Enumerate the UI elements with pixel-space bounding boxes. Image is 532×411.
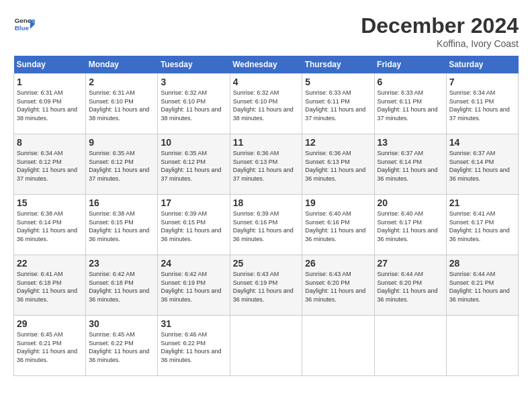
day-info: Sunrise: 6:45 AMSunset: 6:22 PMDaylight:… (89, 331, 149, 363)
day-info: Sunrise: 6:38 AMSunset: 6:15 PMDaylight:… (89, 210, 149, 242)
day-info: Sunrise: 6:32 AMSunset: 6:10 PMDaylight:… (233, 89, 294, 122)
calendar-cell (230, 316, 302, 376)
day-number: 14 (449, 137, 515, 148)
col-header-wednesday: Wednesday (230, 56, 302, 74)
logo: General Blue (13, 13, 35, 35)
day-info: Sunrise: 6:42 AMSunset: 6:19 PMDaylight:… (161, 271, 221, 303)
day-info: Sunrise: 6:36 AMSunset: 6:13 PMDaylight:… (233, 150, 294, 182)
day-number: 18 (233, 197, 300, 208)
calendar-cell (374, 316, 446, 376)
calendar-cell: 31 Sunrise: 6:46 AMSunset: 6:22 PMDaylig… (158, 316, 230, 376)
calendar-cell (446, 316, 518, 376)
calendar-cell: 16 Sunrise: 6:38 AMSunset: 6:15 PMDaylig… (86, 195, 158, 255)
calendar-cell: 8 Sunrise: 6:34 AMSunset: 6:12 PMDayligh… (14, 134, 86, 195)
month-title: December 2024 (361, 13, 519, 38)
week-row-2: 8 Sunrise: 6:34 AMSunset: 6:12 PMDayligh… (14, 134, 519, 195)
col-header-sunday: Sunday (14, 56, 86, 74)
calendar-cell: 14 Sunrise: 6:37 AMSunset: 6:14 PMDaylig… (446, 134, 518, 195)
day-number: 20 (378, 197, 443, 208)
day-number: 22 (17, 258, 83, 269)
calendar-cell: 27 Sunrise: 6:44 AMSunset: 6:20 PMDaylig… (374, 255, 446, 316)
day-number: 2 (89, 77, 154, 87)
week-row-4: 22 Sunrise: 6:41 AMSunset: 6:18 PMDaylig… (14, 255, 519, 316)
day-info: Sunrise: 6:41 AMSunset: 6:17 PMDaylight:… (449, 210, 510, 242)
week-row-5: 29 Sunrise: 6:45 AMSunset: 6:21 PMDaylig… (14, 316, 519, 376)
day-number: 4 (233, 77, 300, 87)
day-number: 21 (449, 197, 515, 208)
header: General Blue December 2024 Koffina, Ivor… (13, 13, 519, 49)
day-number: 15 (17, 197, 83, 208)
title-area: December 2024 Koffina, Ivory Coast (361, 13, 519, 49)
day-info: Sunrise: 6:44 AMSunset: 6:20 PMDaylight:… (378, 271, 438, 303)
day-number: 9 (89, 137, 154, 148)
day-number: 26 (305, 258, 371, 269)
day-info: Sunrise: 6:38 AMSunset: 6:14 PMDaylight:… (17, 210, 77, 242)
day-number: 13 (378, 137, 443, 148)
calendar-cell: 22 Sunrise: 6:41 AMSunset: 6:18 PMDaylig… (14, 255, 86, 316)
day-number: 6 (378, 77, 443, 87)
calendar-cell: 1 Sunrise: 6:31 AMSunset: 6:09 PMDayligh… (14, 74, 86, 134)
col-header-friday: Friday (374, 56, 446, 74)
calendar-cell: 12 Sunrise: 6:36 AMSunset: 6:13 PMDaylig… (302, 134, 374, 195)
calendar-cell: 21 Sunrise: 6:41 AMSunset: 6:17 PMDaylig… (446, 195, 518, 255)
day-info: Sunrise: 6:35 AMSunset: 6:12 PMDaylight:… (161, 150, 221, 182)
day-info: Sunrise: 6:43 AMSunset: 6:20 PMDaylight:… (305, 271, 365, 303)
day-number: 1 (17, 77, 83, 87)
calendar-cell (302, 316, 374, 376)
day-info: Sunrise: 6:41 AMSunset: 6:18 PMDaylight:… (17, 271, 77, 303)
day-number: 27 (378, 258, 443, 269)
day-info: Sunrise: 6:42 AMSunset: 6:18 PMDaylight:… (89, 271, 149, 303)
day-info: Sunrise: 6:31 AMSunset: 6:10 PMDaylight:… (89, 89, 149, 122)
calendar-table: SundayMondayTuesdayWednesdayThursdayFrid… (13, 56, 519, 376)
svg-text:Blue: Blue (15, 24, 30, 32)
calendar-cell: 26 Sunrise: 6:43 AMSunset: 6:20 PMDaylig… (302, 255, 374, 316)
day-number: 25 (233, 258, 300, 269)
day-info: Sunrise: 6:36 AMSunset: 6:13 PMDaylight:… (305, 150, 365, 182)
calendar-cell: 25 Sunrise: 6:43 AMSunset: 6:19 PMDaylig… (230, 255, 302, 316)
day-info: Sunrise: 6:39 AMSunset: 6:15 PMDaylight:… (161, 210, 221, 242)
day-number: 23 (89, 258, 154, 269)
calendar-cell: 9 Sunrise: 6:35 AMSunset: 6:12 PMDayligh… (86, 134, 158, 195)
day-number: 8 (17, 137, 83, 148)
week-row-3: 15 Sunrise: 6:38 AMSunset: 6:14 PMDaylig… (14, 195, 519, 255)
header-row: SundayMondayTuesdayWednesdayThursdayFrid… (14, 56, 519, 74)
day-number: 30 (89, 318, 154, 329)
calendar-cell: 15 Sunrise: 6:38 AMSunset: 6:14 PMDaylig… (14, 195, 86, 255)
calendar-cell: 4 Sunrise: 6:32 AMSunset: 6:10 PMDayligh… (230, 74, 302, 134)
calendar-cell: 5 Sunrise: 6:33 AMSunset: 6:11 PMDayligh… (302, 74, 374, 134)
day-number: 28 (449, 258, 515, 269)
day-number: 24 (161, 258, 226, 269)
day-number: 31 (161, 318, 226, 329)
col-header-saturday: Saturday (446, 56, 518, 74)
calendar-cell: 11 Sunrise: 6:36 AMSunset: 6:13 PMDaylig… (230, 134, 302, 195)
day-info: Sunrise: 6:32 AMSunset: 6:10 PMDaylight:… (161, 89, 221, 122)
day-info: Sunrise: 6:40 AMSunset: 6:16 PMDaylight:… (305, 210, 365, 242)
location: Koffina, Ivory Coast (361, 38, 519, 49)
day-info: Sunrise: 6:34 AMSunset: 6:12 PMDaylight:… (17, 150, 77, 182)
day-number: 29 (17, 318, 83, 329)
day-number: 7 (449, 77, 515, 87)
week-row-1: 1 Sunrise: 6:31 AMSunset: 6:09 PMDayligh… (14, 74, 519, 134)
day-info: Sunrise: 6:35 AMSunset: 6:12 PMDaylight:… (89, 150, 149, 182)
calendar-cell: 3 Sunrise: 6:32 AMSunset: 6:10 PMDayligh… (158, 74, 230, 134)
day-info: Sunrise: 6:34 AMSunset: 6:11 PMDaylight:… (449, 89, 510, 122)
day-info: Sunrise: 6:44 AMSunset: 6:21 PMDaylight:… (449, 271, 510, 303)
col-header-thursday: Thursday (302, 56, 374, 74)
day-info: Sunrise: 6:40 AMSunset: 6:17 PMDaylight:… (378, 210, 438, 242)
day-number: 17 (161, 197, 226, 208)
day-info: Sunrise: 6:39 AMSunset: 6:16 PMDaylight:… (233, 210, 294, 242)
day-info: Sunrise: 6:31 AMSunset: 6:09 PMDaylight:… (17, 89, 77, 122)
calendar-cell: 7 Sunrise: 6:34 AMSunset: 6:11 PMDayligh… (446, 74, 518, 134)
calendar-cell: 29 Sunrise: 6:45 AMSunset: 6:21 PMDaylig… (14, 316, 86, 376)
day-number: 12 (305, 137, 371, 148)
day-number: 11 (233, 137, 300, 148)
calendar-cell: 2 Sunrise: 6:31 AMSunset: 6:10 PMDayligh… (86, 74, 158, 134)
day-number: 10 (161, 137, 226, 148)
day-info: Sunrise: 6:37 AMSunset: 6:14 PMDaylight:… (378, 150, 438, 182)
calendar-cell: 20 Sunrise: 6:40 AMSunset: 6:17 PMDaylig… (374, 195, 446, 255)
day-number: 16 (89, 197, 154, 208)
calendar-cell: 18 Sunrise: 6:39 AMSunset: 6:16 PMDaylig… (230, 195, 302, 255)
calendar-cell: 24 Sunrise: 6:42 AMSunset: 6:19 PMDaylig… (158, 255, 230, 316)
day-number: 5 (305, 77, 371, 87)
day-info: Sunrise: 6:45 AMSunset: 6:21 PMDaylight:… (17, 331, 77, 363)
